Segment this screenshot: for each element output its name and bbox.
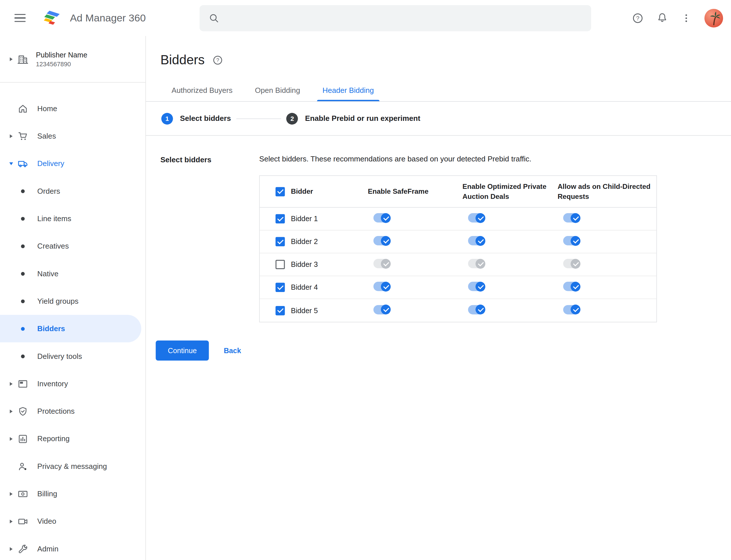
- topbar: Ad Manager 360 ?: [0, 0, 731, 36]
- search-input[interactable]: [227, 5, 591, 31]
- inventory-icon: [17, 378, 29, 389]
- child-directed-toggle[interactable]: [563, 259, 580, 268]
- safeframe-toggle[interactable]: [373, 305, 390, 314]
- help-icon[interactable]: ?: [632, 12, 644, 24]
- page-help-icon[interactable]: ?: [212, 54, 224, 66]
- chevron-right-icon[interactable]: [10, 547, 13, 551]
- sidebar-item-orders[interactable]: Orders: [0, 177, 141, 205]
- cart-icon: [17, 130, 29, 141]
- sidebar-item-home[interactable]: Home: [0, 95, 141, 122]
- sidebar-item-delivery[interactable]: Delivery: [0, 150, 141, 177]
- tab-header-bidding[interactable]: Header Bidding: [311, 80, 385, 101]
- sidebar-item-bidders[interactable]: Bidders: [0, 315, 141, 342]
- bidder-checkbox[interactable]: [276, 260, 285, 269]
- select-all-checkbox[interactable]: [276, 187, 285, 196]
- table-row: Bidder 4: [260, 276, 656, 299]
- sidebar-item-line-items[interactable]: Line items: [0, 205, 141, 232]
- sidebar-item-native[interactable]: Native: [0, 260, 141, 287]
- account-avatar[interactable]: [704, 9, 723, 27]
- sidebar-item-label: Delivery tools: [37, 352, 82, 360]
- sidebar-item-label: Orders: [37, 187, 60, 195]
- safeframe-toggle[interactable]: [373, 236, 390, 245]
- continue-button[interactable]: Continue: [156, 341, 209, 361]
- more-vert-icon[interactable]: [680, 12, 692, 24]
- sidebar-item-label: Line items: [37, 214, 71, 223]
- back-link[interactable]: Back: [224, 346, 241, 355]
- sidebar-item-protections[interactable]: Protections: [0, 397, 141, 425]
- sidebar-item-creatives[interactable]: Creatives: [0, 232, 141, 260]
- column-header-optimized: Enable Optimized Private Auction Deals: [462, 183, 546, 200]
- child-directed-toggle[interactable]: [563, 305, 580, 314]
- chevron-right-icon[interactable]: [10, 437, 13, 441]
- chevron-right-icon[interactable]: [10, 409, 13, 413]
- bullet-icon: [21, 327, 25, 331]
- section-label: Select bidders: [161, 155, 259, 322]
- child-directed-toggle[interactable]: [563, 213, 580, 223]
- topbar-actions: ?: [632, 0, 723, 36]
- safeframe-toggle[interactable]: [373, 213, 390, 223]
- sidebar-item-label: Protections: [37, 407, 75, 415]
- chevron-right-icon[interactable]: [10, 492, 13, 496]
- building-icon: [17, 53, 29, 66]
- child-directed-toggle[interactable]: [563, 236, 580, 245]
- optimized-deals-toggle[interactable]: [468, 282, 485, 291]
- sidebar-nav: Home Sales: [0, 83, 145, 560]
- app-window: Ad Manager 360 ?: [0, 0, 731, 560]
- bidder-checkbox[interactable]: [276, 237, 285, 246]
- sidebar-item-video[interactable]: Video: [0, 507, 141, 535]
- sidebar-item-billing[interactable]: Billing: [0, 480, 141, 507]
- search-bar[interactable]: [200, 5, 591, 31]
- sidebar-item-admin[interactable]: Admin: [0, 535, 141, 560]
- report-icon: [17, 433, 29, 444]
- sidebar-item-label: Bidders: [37, 325, 65, 333]
- app-title: Ad Manager 360: [70, 12, 146, 24]
- sidebar-item-delivery-tools[interactable]: Delivery tools: [0, 342, 141, 370]
- sidebar-item-sales[interactable]: Sales: [0, 122, 141, 150]
- person-icon: [17, 461, 29, 472]
- safeframe-toggle[interactable]: [373, 259, 390, 268]
- bidder-checkbox[interactable]: [276, 306, 285, 315]
- table-row: Bidder 2: [260, 231, 656, 253]
- tab-open-bidding[interactable]: Open Bidding: [244, 80, 311, 101]
- step-1-circle: 1: [161, 113, 173, 124]
- tab-authorized-buyers[interactable]: Authorized Buyers: [161, 80, 244, 101]
- billing-icon: [17, 488, 29, 499]
- bidder-name: Bidder 2: [291, 237, 318, 246]
- chevron-right-icon[interactable]: [10, 519, 13, 523]
- bidder-checkbox[interactable]: [276, 214, 285, 223]
- optimized-deals-toggle[interactable]: [468, 259, 485, 268]
- publisher-switcher[interactable]: Publisher Name 1234567890: [0, 36, 145, 83]
- action-bar: Continue Back: [146, 341, 731, 361]
- chevron-right-icon[interactable]: [10, 134, 13, 138]
- step-1-label: Select bidders: [180, 114, 231, 123]
- sidebar-item-label: Video: [37, 517, 56, 525]
- chevron-right-icon[interactable]: [10, 57, 13, 61]
- optimized-deals-toggle[interactable]: [468, 305, 485, 314]
- notifications-bell-icon[interactable]: [656, 12, 668, 24]
- bidder-name: Bidder 1: [291, 215, 318, 223]
- optimized-deals-toggle[interactable]: [468, 236, 485, 245]
- video-icon: [17, 516, 29, 527]
- shield-icon: [17, 406, 29, 417]
- sidebar-item-yield-groups[interactable]: Yield groups: [0, 287, 141, 315]
- table-header-row: Bidder Enable SafeFrame Enable Optimized…: [260, 176, 656, 208]
- child-directed-toggle[interactable]: [563, 282, 580, 291]
- sidebar-item-inventory[interactable]: Inventory: [0, 370, 141, 397]
- sidebar-item-label: Yield groups: [37, 297, 79, 305]
- ad-manager-logo-icon: [44, 9, 61, 26]
- sidebar: Publisher Name 1234567890 Home: [0, 36, 146, 560]
- bullet-icon: [21, 217, 25, 220]
- bidder-checkbox[interactable]: [276, 283, 285, 292]
- stepper: 1 Select bidders 2 Enable Prebid or run …: [146, 102, 731, 136]
- chevron-right-icon[interactable]: [10, 382, 13, 385]
- sidebar-item-privacy-messaging[interactable]: Privacy & messaging: [0, 453, 141, 480]
- main-content: Bidders ? Authorized Buyers Open Bidding…: [146, 36, 731, 560]
- safeframe-toggle[interactable]: [373, 282, 390, 291]
- optimized-deals-toggle[interactable]: [468, 213, 485, 223]
- bullet-icon: [21, 272, 25, 275]
- menu-icon[interactable]: [15, 12, 26, 23]
- step-2-circle: 2: [287, 113, 298, 124]
- bullet-icon: [21, 354, 25, 358]
- sidebar-item-reporting[interactable]: Reporting: [0, 425, 141, 452]
- chevron-down-icon[interactable]: [9, 162, 13, 165]
